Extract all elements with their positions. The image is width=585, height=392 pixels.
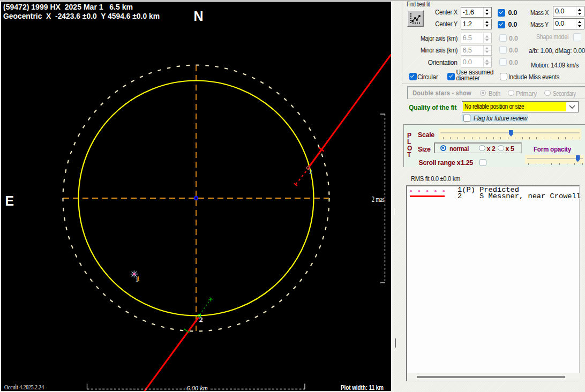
svg-text:1: 1 [136, 276, 139, 283]
svg-text:2: 2 [309, 168, 312, 176]
svg-text:Geocentric X -2423.6 ±0.0 Y: Geocentric X -2423.6 ±0.0 Y 4594.6 ±0.0 … [3, 12, 160, 20]
svg-text:2: 2 [199, 315, 203, 323]
svg-text:Plot width: 11 km: Plot width: 11 km [341, 384, 384, 391]
svg-text:2 mas: 2 mas [372, 195, 385, 203]
svg-text:E: E [5, 193, 14, 208]
svg-text:Occult 4.2025.2.24: Occult 4.2025.2.24 [4, 384, 44, 390]
svg-text:(59472) 1999 HX 2025 Mar 1: (59472) 1999 HX 2025 Mar 1 6.5 km [3, 3, 133, 11]
svg-text:N: N [194, 9, 204, 24]
